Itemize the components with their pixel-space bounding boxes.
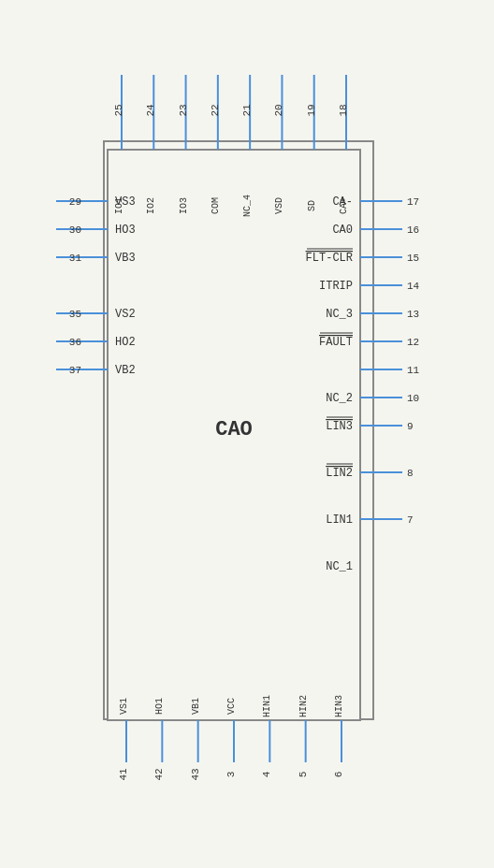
svg-text:VB3: VB3 (115, 252, 136, 265)
svg-text:15: 15 (407, 253, 419, 264)
chip-diagram: 25IO124IO223IO322COM21NC_420VSD19SD18CA+… (56, 75, 421, 786)
svg-text:NC_1: NC_1 (326, 560, 353, 573)
svg-text:LIN3: LIN3 (326, 420, 353, 433)
svg-text:LIN2: LIN2 (326, 467, 353, 480)
svg-text:17: 17 (407, 196, 419, 208)
svg-text:NC_3: NC_3 (326, 308, 353, 321)
svg-text:31: 31 (69, 253, 82, 264)
svg-text:ITRIP: ITRIP (319, 280, 353, 293)
svg-text:HIN1: HIN1 (262, 695, 272, 717)
svg-text:24: 24 (145, 104, 156, 117)
svg-text:VS2: VS2 (115, 308, 136, 321)
svg-text:20: 20 (273, 104, 284, 116)
svg-text:7: 7 (407, 514, 414, 526)
svg-text:VCC: VCC (226, 698, 237, 715)
svg-text:FAULT: FAULT (319, 336, 353, 349)
svg-text:NC_4: NC_4 (242, 195, 253, 217)
svg-text:VS1: VS1 (119, 698, 129, 715)
svg-text:LIN1: LIN1 (326, 514, 353, 527)
svg-text:29: 29 (69, 196, 81, 208)
svg-text:CAO: CAO (215, 418, 253, 441)
svg-text:36: 36 (69, 337, 81, 348)
svg-text:43: 43 (190, 768, 201, 780)
svg-text:SD: SD (307, 200, 317, 211)
svg-text:VS3: VS3 (115, 195, 136, 209)
svg-text:30: 30 (69, 224, 81, 236)
svg-text:COM: COM (211, 197, 221, 214)
svg-text:FLT-CLR: FLT-CLR (306, 252, 353, 265)
svg-text:37: 37 (69, 365, 81, 376)
svg-text:VB1: VB1 (191, 698, 201, 715)
svg-text:10: 10 (407, 393, 419, 404)
svg-text:HO2: HO2 (115, 336, 136, 349)
svg-text:23: 23 (178, 104, 189, 116)
svg-text:21: 21 (241, 104, 253, 117)
svg-text:19: 19 (306, 104, 317, 116)
svg-text:HIN2: HIN2 (298, 695, 309, 717)
svg-text:HO3: HO3 (115, 224, 136, 237)
svg-text:41: 41 (118, 768, 129, 781)
svg-text:16: 16 (407, 224, 419, 236)
svg-text:CA0: CA0 (332, 224, 353, 237)
svg-text:HIN3: HIN3 (334, 695, 344, 717)
svg-text:3: 3 (225, 772, 237, 778)
svg-text:22: 22 (210, 104, 221, 116)
svg-text:11: 11 (407, 365, 420, 376)
svg-text:IO2: IO2 (146, 197, 156, 214)
svg-text:VSD: VSD (274, 197, 284, 214)
svg-text:5: 5 (298, 772, 309, 778)
svg-text:NC_2: NC_2 (326, 392, 353, 405)
svg-text:IO3: IO3 (179, 197, 189, 214)
svg-text:8: 8 (407, 468, 414, 479)
svg-text:6: 6 (333, 772, 344, 778)
svg-text:25: 25 (113, 104, 124, 116)
svg-text:35: 35 (69, 309, 81, 320)
svg-text:18: 18 (338, 104, 349, 116)
svg-text:14: 14 (407, 281, 420, 292)
svg-text:12: 12 (407, 337, 419, 348)
svg-text:42: 42 (153, 768, 165, 780)
svg-text:HO1: HO1 (154, 698, 165, 715)
svg-text:13: 13 (407, 309, 419, 320)
svg-text:4: 4 (261, 771, 272, 777)
svg-text:9: 9 (407, 421, 414, 432)
svg-text:CA-: CA- (332, 195, 353, 209)
svg-text:VB2: VB2 (115, 364, 136, 377)
